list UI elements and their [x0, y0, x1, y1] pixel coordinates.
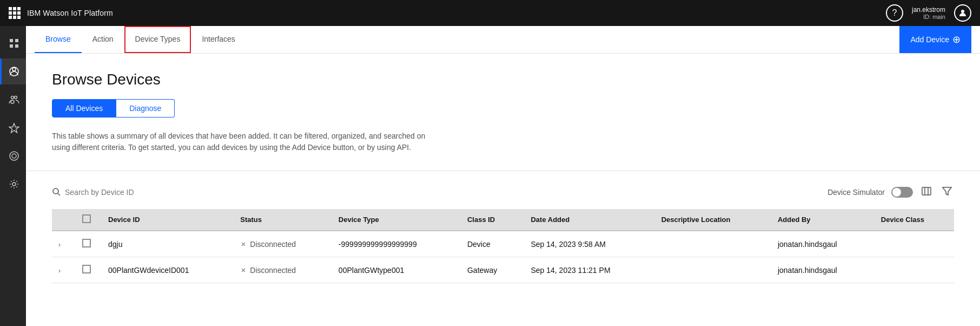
device-simulator-toggle[interactable] [891, 187, 913, 198]
app-logo: IBM Watson IoT Platform [27, 9, 113, 17]
col-status: Status [231, 209, 330, 231]
subnav-tabs: Browse Action Device Types Interfaces [35, 26, 246, 53]
row-1-descriptive-location [653, 231, 769, 257]
search-icon [52, 187, 61, 198]
row-1-device-id: dgju [100, 231, 231, 257]
topbar: IBM Watson IoT Platform ? jan.ekstrom ID… [0, 0, 980, 26]
add-device-button[interactable]: Add Device ⊕ [899, 26, 971, 53]
tab-interfaces[interactable]: Interfaces [191, 26, 246, 53]
subnav-right: Add Device ⊕ [899, 26, 971, 53]
row-1-device-type: -999999999999999999 [330, 231, 459, 257]
table-row: › dgju Disconnected [52, 231, 954, 257]
search-wrapper [52, 187, 173, 198]
col-added-by: Added By [769, 209, 872, 231]
toolbar: Device Simulator [52, 175, 954, 209]
svg-point-11 [12, 182, 16, 186]
row-checkbox-2[interactable] [74, 257, 100, 283]
row-2-added-by: jonatan.hindsgaul [769, 257, 872, 283]
svg-point-9 [10, 152, 18, 160]
svg-rect-3 [10, 44, 13, 48]
row-2-device-id: 00PlantGWdeviceID001 [100, 257, 231, 283]
table-wrapper: Device ID Status Device Type Class ID Da… [52, 209, 954, 283]
svg-line-13 [58, 193, 60, 195]
devices-table: Device ID Status Device Type Class ID Da… [52, 209, 954, 283]
search-input[interactable] [65, 188, 173, 197]
col-date-added: Date Added [522, 209, 652, 231]
description-text: This table shows a summary of all device… [52, 131, 431, 153]
row-2-checkbox[interactable] [82, 265, 91, 273]
row-2-status: Disconnected [231, 257, 330, 283]
filter-icon[interactable] [940, 184, 954, 200]
sidebar-item-settings[interactable] [0, 171, 26, 197]
row-2-date-added: Sep 14, 2023 11:21 PM [522, 257, 652, 283]
row-2-device-type: 00PlantGWtype001 [330, 257, 459, 283]
col-device-id: Device ID [100, 209, 231, 231]
select-all-checkbox[interactable] [82, 214, 91, 223]
col-descriptive-location: Descriptive Location [653, 209, 769, 231]
device-simulator-label: Device Simulator [827, 188, 885, 197]
row-2-device-class [872, 257, 954, 283]
row-1-checkbox[interactable] [82, 239, 91, 247]
sidebar [0, 26, 26, 326]
topbar-left: IBM Watson IoT Platform [9, 7, 113, 19]
row-checkbox-1[interactable] [74, 231, 100, 257]
add-icon: ⊕ [952, 34, 961, 45]
row-1-class-id: Device [459, 231, 522, 257]
filter-diagnose[interactable]: Diagnose [116, 99, 175, 118]
subnav: Browse Action Device Types Interfaces Ad… [26, 26, 980, 54]
content-area: Browse Action Device Types Interfaces Ad… [26, 26, 980, 326]
disconnected-icon [240, 267, 247, 273]
col-class-id: Class ID [459, 209, 522, 231]
row-1-status-text: Disconnected [250, 240, 296, 249]
help-icon[interactable]: ? [886, 4, 903, 22]
sidebar-item-rules[interactable] [0, 115, 26, 141]
table-row: › 00PlantGWdeviceID001 Disconnected [52, 257, 954, 283]
svg-point-7 [11, 96, 14, 99]
svg-rect-1 [10, 39, 13, 42]
main-layout: Browse Action Device Types Interfaces Ad… [0, 26, 980, 326]
row-1-status: Disconnected [231, 231, 330, 257]
user-info: jan.ekstrom ID: main [912, 6, 945, 20]
row-1-device-class [872, 231, 954, 257]
col-expand [52, 209, 74, 231]
user-avatar[interactable] [954, 4, 971, 22]
grid-menu-icon[interactable] [9, 7, 21, 19]
row-2-descriptive-location [653, 257, 769, 283]
sidebar-item-analytics[interactable] [0, 143, 26, 169]
row-expand-1[interactable]: › [52, 231, 74, 257]
user-name: jan.ekstrom [912, 6, 945, 14]
col-device-type: Device Type [330, 209, 459, 231]
tab-browse[interactable]: Browse [35, 26, 82, 53]
expand-chevron-icon: › [58, 241, 61, 249]
svg-point-5 [12, 68, 16, 71]
divider [26, 171, 980, 171]
svg-rect-4 [15, 44, 18, 48]
disconnected-icon [240, 241, 247, 247]
row-2-class-id: Gateway [459, 257, 522, 283]
svg-point-10 [12, 154, 16, 158]
toolbar-right: Device Simulator [827, 184, 954, 200]
tab-device-types[interactable]: Device Types [124, 26, 191, 53]
svg-rect-16 [922, 187, 931, 195]
svg-rect-2 [15, 39, 18, 42]
svg-point-0 [961, 10, 964, 13]
sidebar-item-members[interactable] [0, 87, 26, 113]
sidebar-item-grid[interactable] [0, 30, 26, 56]
col-checkbox [74, 209, 100, 231]
svg-marker-17 [943, 187, 951, 195]
sidebar-item-devices[interactable] [0, 58, 26, 84]
row-2-status-text: Disconnected [250, 266, 296, 275]
svg-point-8 [14, 96, 17, 99]
filter-all-devices[interactable]: All Devices [52, 99, 116, 118]
user-id: ID: main [912, 14, 945, 20]
expand-chevron-icon: › [58, 267, 61, 275]
filter-tabs: All Devices Diagnose [52, 99, 954, 118]
row-expand-2[interactable]: › [52, 257, 74, 283]
page-title: Browse Devices [52, 71, 954, 88]
row-1-added-by: jonatan.hindsgaul [769, 231, 872, 257]
columns-icon[interactable] [919, 184, 933, 200]
tab-action[interactable]: Action [82, 26, 124, 53]
svg-point-12 [53, 188, 58, 194]
table-header-row: Device ID Status Device Type Class ID Da… [52, 209, 954, 231]
add-device-label: Add Device [910, 35, 949, 44]
